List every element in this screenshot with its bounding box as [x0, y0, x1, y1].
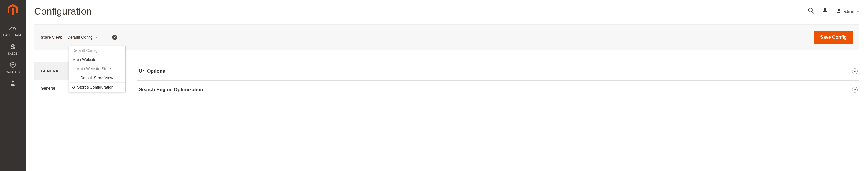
- caret-down-icon: ▼: [857, 10, 860, 13]
- dd-main-website[interactable]: Main Website: [69, 55, 125, 64]
- store-view-dropdown: Default Config Main Website Main Website…: [69, 46, 125, 92]
- svg-point-2: [808, 8, 812, 12]
- magento-logo-icon[interactable]: [7, 3, 19, 17]
- admin-sidebar: DASHBOARD $ SALES CATALOG: [0, 0, 26, 171]
- gear-icon: ⚙: [72, 85, 75, 89]
- help-icon[interactable]: ?: [112, 35, 117, 40]
- gauge-icon: [9, 25, 17, 32]
- save-config-button[interactable]: Save Config: [814, 31, 853, 44]
- expand-icon: [852, 87, 858, 93]
- nav-catalog[interactable]: CATALOG: [0, 59, 26, 77]
- section-title: Search Engine Optimization: [139, 87, 203, 93]
- page-header: Configuration admin ▼: [34, 0, 860, 24]
- nav-label: DASHBOARD: [3, 34, 23, 37]
- search-icon[interactable]: [808, 7, 814, 15]
- section-url-options[interactable]: Url Options: [137, 62, 860, 81]
- page-title: Configuration: [34, 6, 92, 17]
- bell-icon[interactable]: [823, 8, 828, 15]
- scope-left: Store View: Default Config ▲ ? Default C…: [41, 35, 117, 40]
- store-view-selected: Default Config: [67, 35, 93, 39]
- user-icon: [836, 8, 841, 15]
- config-sections: Url Options Search Engine Optimization: [125, 62, 860, 99]
- user-menu[interactable]: admin ▼: [836, 8, 860, 15]
- dd-footer-label: Stores Configuration: [77, 85, 114, 89]
- dd-stores-config[interactable]: ⚙ Stores Configuration: [69, 82, 125, 92]
- dd-main-website-store: Main Website Store: [69, 64, 125, 73]
- svg-point-4: [825, 12, 825, 13]
- tab-item-label: General: [41, 86, 55, 91]
- svg-point-5: [838, 9, 840, 11]
- tab-group-label: GENERAL: [41, 69, 61, 73]
- section-seo[interactable]: Search Engine Optimization: [137, 81, 860, 99]
- user-name: admin: [843, 9, 854, 14]
- store-view-switcher[interactable]: Default Config ▲: [67, 35, 98, 39]
- caret-up-icon: ▲: [96, 36, 98, 39]
- config-content: GENERAL General Url Options: [34, 62, 860, 99]
- svg-point-1: [12, 81, 14, 83]
- main-area: Configuration admin ▼ St: [26, 0, 868, 171]
- nav-dashboard[interactable]: DASHBOARD: [0, 22, 26, 40]
- svg-line-0: [13, 27, 14, 30]
- svg-line-3: [812, 12, 814, 13]
- store-view-label: Store View:: [41, 35, 62, 39]
- nav-label: SALES: [8, 52, 18, 55]
- section-title: Url Options: [139, 68, 165, 74]
- header-actions: admin ▼: [808, 7, 860, 15]
- dd-default-config: Default Config: [69, 46, 125, 55]
- dd-default-store-view[interactable]: Default Store View: [69, 73, 125, 82]
- expand-icon: [852, 68, 858, 74]
- nav-sales[interactable]: $ SALES: [0, 40, 26, 59]
- nav-customers[interactable]: [0, 77, 26, 93]
- box-icon: [10, 62, 16, 69]
- person-icon: [10, 80, 15, 88]
- scope-bar: Store View: Default Config ▲ ? Default C…: [34, 24, 860, 51]
- dollar-icon: $: [11, 43, 14, 51]
- nav-label: CATALOG: [6, 71, 20, 74]
